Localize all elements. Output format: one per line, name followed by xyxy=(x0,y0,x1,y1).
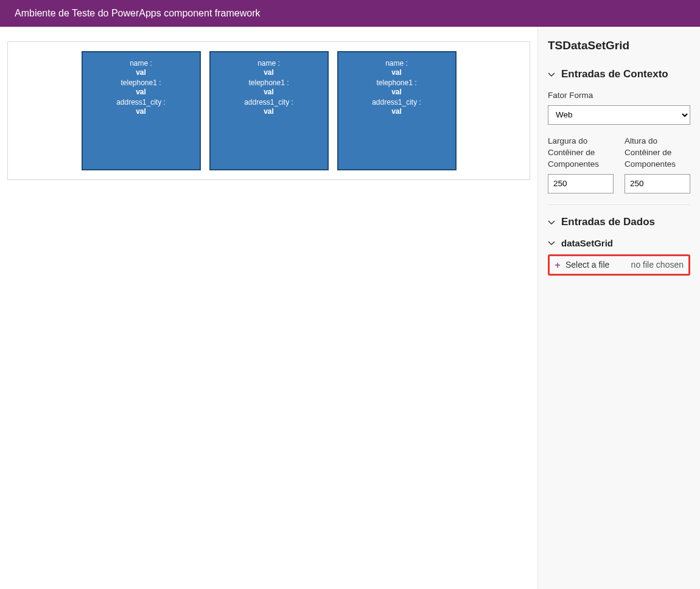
dataset-card[interactable]: name : val telephone1 : val address1_cit… xyxy=(337,51,457,170)
app-body: name : val telephone1 : val address1_cit… xyxy=(0,27,700,589)
no-file-chosen-label: no file chosen xyxy=(631,260,684,270)
card-field-label: telephone1 : xyxy=(338,78,455,87)
card-field-value: val xyxy=(211,68,327,77)
card-field-value: val xyxy=(211,88,327,96)
context-inputs-toggle[interactable]: Entradas de Contexto xyxy=(548,68,690,80)
datasetgrid-toggle[interactable]: dataSetGrid xyxy=(548,238,690,248)
side-panel: TSDataSetGrid Entradas de Contexto Fator… xyxy=(537,27,700,589)
card-field-label: telephone1 : xyxy=(211,78,327,87)
context-inputs-section: Entradas de Contexto Fator Forma Web Lar… xyxy=(548,68,690,205)
card-field-value: val xyxy=(211,107,327,116)
context-inputs-heading: Entradas de Contexto xyxy=(561,68,668,80)
plus-icon: + xyxy=(555,260,561,270)
card-field-label: name : xyxy=(83,59,200,68)
card-field-label: name : xyxy=(211,59,327,68)
card-field-label: address1_city : xyxy=(211,98,327,106)
container-height-label: Altura do Contêiner de Componentes xyxy=(625,136,690,170)
chevron-down-icon xyxy=(548,239,555,246)
container-width-input[interactable] xyxy=(548,174,614,193)
card-field-label: telephone1 : xyxy=(83,78,200,87)
card-field-value: val xyxy=(83,107,200,116)
datasetgrid-subheading: dataSetGrid xyxy=(561,238,613,248)
card-field-value: val xyxy=(338,68,455,77)
card-field-label: name : xyxy=(338,59,455,68)
container-width-label: Largura do Contêiner de Componentes xyxy=(548,136,614,170)
panel-title: TSDataSetGrid xyxy=(548,39,690,52)
card-field-value: val xyxy=(338,107,455,116)
app-title: Ambiente de Teste do PowerApps component… xyxy=(15,8,260,19)
data-inputs-toggle[interactable]: Entradas de Dados xyxy=(548,216,690,228)
card-field-value: val xyxy=(83,68,200,77)
card-field-label: address1_city : xyxy=(83,98,200,106)
canvas-area: name : val telephone1 : val address1_cit… xyxy=(0,27,537,589)
chevron-down-icon xyxy=(548,218,555,226)
form-factor-select[interactable]: Web xyxy=(548,105,690,125)
chevron-down-icon xyxy=(548,71,555,78)
data-inputs-heading: Entradas de Dados xyxy=(561,216,655,228)
form-factor-label: Fator Forma xyxy=(548,90,690,102)
dataset-card[interactable]: name : val telephone1 : val address1_cit… xyxy=(82,51,201,170)
select-file-button[interactable]: + Select a file no file chosen xyxy=(548,254,690,276)
dataset-card[interactable]: name : val telephone1 : val address1_cit… xyxy=(209,51,329,170)
component-preview-frame: name : val telephone1 : val address1_cit… xyxy=(7,41,530,180)
data-inputs-section: Entradas de Dados dataSetGrid + Select a… xyxy=(548,216,690,287)
card-field-value: val xyxy=(83,88,200,96)
select-file-label: Select a file xyxy=(565,260,609,270)
card-field-label: address1_city : xyxy=(338,98,455,106)
container-height-input[interactable] xyxy=(625,174,690,193)
app-header: Ambiente de Teste do PowerApps component… xyxy=(0,0,700,27)
card-field-value: val xyxy=(338,88,455,96)
